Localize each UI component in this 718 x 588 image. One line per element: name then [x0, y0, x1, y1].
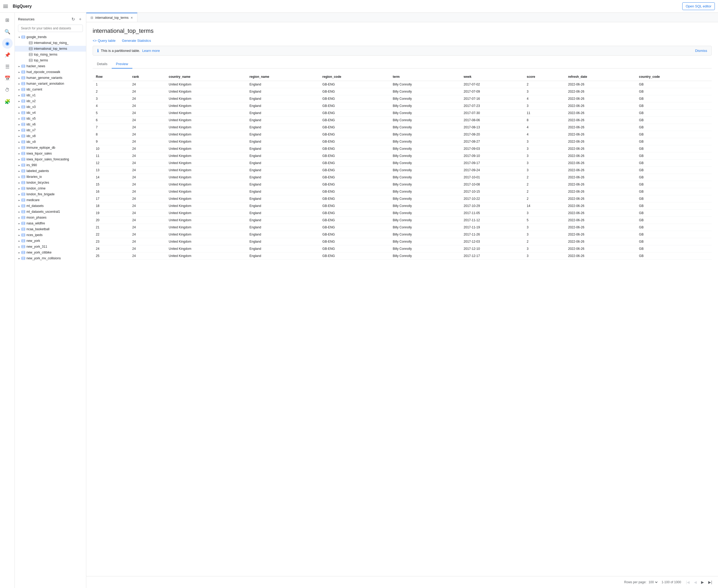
sidebar-item-idc_v6[interactable]: ▸idc_v6 [15, 122, 86, 127]
tab-preview[interactable]: Preview [112, 60, 132, 68]
dataset-icon [21, 245, 25, 249]
tree-item-label: idc_v9 [26, 140, 36, 144]
sidebar-item-idc_v8[interactable]: ▸idc_v8 [15, 133, 86, 139]
table-cell: 15 [93, 181, 129, 188]
sidebar-item-new_york_citibike[interactable]: ▸new_york_citibike [15, 250, 86, 255]
rows-per-page-label: Rows per page: [624, 580, 647, 584]
sidebar-item-idc_v7[interactable]: ▸idc_v7 [15, 127, 86, 133]
list-icon[interactable]: ☰ [2, 61, 13, 72]
tab-details[interactable]: Details [93, 60, 112, 68]
active-tab[interactable]: ⊟ international_top_terms × [86, 13, 138, 22]
last-page-button[interactable]: ▶| [706, 579, 714, 585]
hamburger-menu[interactable] [3, 4, 8, 9]
sidebar-item-iowa_liquor_sales[interactable]: ▸iowa_liquor_sales [15, 151, 86, 156]
table-cell: GB-ENG [319, 138, 390, 145]
sidebar-item-ml_datasets_uscentral1[interactable]: ▸ml_datasets_uscentral1 [15, 209, 86, 215]
sidebar-item-human_variant_annotation[interactable]: ▸human_variant_annotation [15, 81, 86, 86]
sidebar-item-nces_ipeds[interactable]: ▸nces_ipeds [15, 232, 86, 238]
sidebar-item-human_genome_variants[interactable]: ▸human_genome_variants [15, 75, 86, 81]
svg-rect-90 [22, 210, 25, 213]
table-cell: GB-ENG [319, 152, 390, 160]
search-icon[interactable]: 🔍 [2, 26, 13, 37]
table-row: 1224United KingdomEnglandGB-ENGBilly Con… [93, 160, 712, 167]
grid-icon[interactable]: ⊞ [2, 15, 13, 25]
dataset-icon [21, 210, 25, 214]
add-button[interactable]: ＋ [78, 16, 83, 22]
dataset-icon [21, 227, 25, 231]
table-cell: GB [636, 210, 712, 217]
table-cell: 14 [93, 174, 129, 181]
generate-statistics-button[interactable]: Generate Statistics [122, 39, 151, 43]
dataset-icon [21, 215, 25, 219]
puzzle-icon[interactable]: 🧩 [2, 96, 13, 107]
prev-page-button[interactable]: ◀ [692, 579, 698, 585]
col-header-rank: rank [129, 73, 166, 81]
tree-toggle: ▸ [17, 93, 21, 98]
sidebar-item-medicare[interactable]: ▸medicare [15, 197, 86, 203]
table-cell: 24 [129, 252, 166, 259]
sidebar-item-london_crime[interactable]: ▸london_crime [15, 186, 86, 191]
sidebar-item-international_top_rising[interactable]: international_top_rising_ [15, 40, 86, 46]
table-cell: 19 [93, 210, 129, 217]
sidebar-item-london_fire_brigade[interactable]: ▸london_fire_brigade [15, 191, 86, 197]
table-cell: 4 [524, 95, 565, 102]
sidebar-item-irs_990[interactable]: ▸irs_990 [15, 162, 86, 168]
table-cell: 2022-06-26 [565, 124, 636, 131]
rows-per-page-select[interactable]: 100 50 25 [648, 580, 658, 584]
table-cell: Billy Connolly [390, 109, 461, 117]
sidebar-item-libraries_io[interactable]: ▸libraries_io [15, 174, 86, 180]
sidebar-item-idc_v2[interactable]: ▸idc_v2 [15, 98, 86, 104]
table-cell: 2017-10-22 [460, 195, 524, 203]
sidebar-item-immune_epitope_db[interactable]: ▸immune_epitope_db [15, 145, 86, 151]
sidebar-item-idc_v1[interactable]: ▸idc_v1 [15, 92, 86, 98]
first-page-button[interactable]: |◀ [684, 579, 692, 585]
pin-icon[interactable]: 📌 [2, 50, 13, 60]
sidebar-item-new_york_311[interactable]: ▸new_york_311 [15, 244, 86, 250]
sidebar-item-labeled_patents[interactable]: ▸labeled_patents [15, 168, 86, 174]
sidebar-item-hud_zipcode_crosswalk[interactable]: ▸hud_zipcode_crosswalk [15, 69, 86, 75]
tree-item-label: london_bicycles [26, 181, 49, 185]
sidebar-item-idc_current[interactable]: ▸idc_current [15, 86, 86, 92]
sidebar-item-ncaa_basketball[interactable]: ▸ncaa_basketball [15, 226, 86, 232]
svg-rect-9 [29, 53, 32, 56]
sidebar-item-nasa_wildfire[interactable]: ▸nasa_wildfire [15, 220, 86, 226]
sidebar-item-idc_v9[interactable]: ▸idc_v9 [15, 139, 86, 145]
tab-close-button[interactable]: × [130, 16, 132, 20]
table-cell: 2017-10-15 [460, 188, 524, 195]
open-sql-editor-button[interactable]: Open SQL editor [682, 2, 715, 10]
refresh-button[interactable]: ↻ [71, 16, 76, 22]
rows-per-page-selector[interactable]: Rows per page: 100 50 25 [624, 580, 658, 584]
sidebar-item-london_bicycles[interactable]: ▸london_bicycles [15, 180, 86, 186]
sidebar-item-iowa_liquor_sales_forecasting[interactable]: ▸iowa_liquor_sales_forecasting [15, 156, 86, 162]
tree-item-label: ml_datasets_uscentral1 [26, 210, 60, 213]
sidebar-item-new_york_mv_collisions[interactable]: ▸new_york_mv_collisions [15, 255, 86, 261]
svg-rect-75 [22, 181, 25, 184]
table-cell: GB [636, 203, 712, 210]
query-table-button[interactable]: <> Query table [93, 39, 116, 43]
tree-item-label: new_york [26, 239, 40, 243]
dismiss-button[interactable]: Dismiss [695, 49, 707, 52]
sidebar-item-idc_v5[interactable]: ▸idc_v5 [15, 115, 86, 122]
svg-rect-105 [22, 239, 25, 242]
sidebar-item-top_rising_terms[interactable]: top_rising_terms [15, 51, 86, 58]
sidebar-item-google_trends[interactable]: ▾google_trends [15, 34, 86, 40]
clock-icon[interactable]: ⏱ [2, 85, 13, 95]
search-input[interactable] [18, 25, 83, 32]
app-logo: BigQuery [13, 4, 32, 9]
table-cell: England [246, 102, 319, 109]
sidebar-item-moon_phases[interactable]: ▸moon_phases [15, 215, 86, 220]
sidebar-item-idc_v3[interactable]: ▸idc_v3 [15, 104, 86, 110]
sidebar-item-new_york[interactable]: ▸new_york [15, 238, 86, 244]
sidebar-item-ml_datasets[interactable]: ▸ml_datasets [15, 203, 86, 209]
calendar-icon[interactable]: 📅 [2, 73, 13, 84]
sidebar-item-international_top_terms[interactable]: international_top_terms [15, 46, 86, 51]
learn-more-link[interactable]: Learn more [142, 49, 160, 52]
sidebar-item-idc_v4[interactable]: ▸idc_v4 [15, 110, 86, 115]
sidebar-item-hacker_news[interactable]: ▸hacker_news [15, 63, 86, 69]
table-cell: 22 [93, 231, 129, 238]
table-cell: 11 [524, 109, 565, 117]
database-icon[interactable]: ◉ [2, 38, 13, 49]
next-page-button[interactable]: ▶ [699, 579, 705, 585]
sidebar-item-top_terms[interactable]: top_terms [15, 58, 86, 63]
tree-toggle: ▸ [17, 163, 21, 167]
